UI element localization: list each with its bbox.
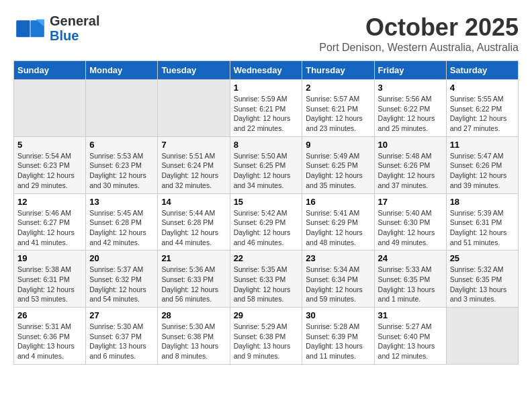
day-cell: 11Sunrise: 5:47 AM Sunset: 6:26 PM Dayli… xyxy=(446,136,518,193)
day-number: 10 xyxy=(378,140,443,150)
day-cell: 30Sunrise: 5:28 AM Sunset: 6:39 PM Dayli… xyxy=(302,308,374,365)
day-info: Sunrise: 5:54 AM Sunset: 6:23 PM Dayligh… xyxy=(17,151,82,191)
day-cell: 17Sunrise: 5:40 AM Sunset: 6:30 PM Dayli… xyxy=(374,193,446,250)
day-info: Sunrise: 5:42 AM Sunset: 6:29 PM Dayligh… xyxy=(234,208,299,248)
day-number: 30 xyxy=(306,310,370,320)
logo-text: General Blue xyxy=(50,13,99,43)
day-number: 23 xyxy=(306,253,370,263)
day-info: Sunrise: 5:30 AM Sunset: 6:37 PM Dayligh… xyxy=(89,322,154,361)
day-info: Sunrise: 5:47 AM Sunset: 6:26 PM Dayligh… xyxy=(450,151,515,191)
day-cell: 20Sunrise: 5:37 AM Sunset: 6:32 PM Dayli… xyxy=(86,250,158,308)
day-cell: 29Sunrise: 5:29 AM Sunset: 6:38 PM Dayli… xyxy=(230,308,302,365)
day-info: Sunrise: 5:37 AM Sunset: 6:32 PM Dayligh… xyxy=(89,265,154,304)
day-cell: 21Sunrise: 5:36 AM Sunset: 6:33 PM Dayli… xyxy=(158,250,230,308)
day-info: Sunrise: 5:48 AM Sunset: 6:26 PM Dayligh… xyxy=(378,151,443,191)
day-cell: 10Sunrise: 5:48 AM Sunset: 6:26 PM Dayli… xyxy=(374,136,446,193)
day-cell: 25Sunrise: 5:32 AM Sunset: 6:35 PM Dayli… xyxy=(446,250,518,308)
day-cell: 27Sunrise: 5:30 AM Sunset: 6:37 PM Dayli… xyxy=(86,308,158,365)
day-number: 22 xyxy=(234,253,299,263)
day-info: Sunrise: 5:56 AM Sunset: 6:22 PM Dayligh… xyxy=(378,94,443,134)
day-number: 31 xyxy=(378,310,443,320)
title-block: October 2025 Port Denison, Western Austr… xyxy=(319,13,519,54)
column-header-saturday: Saturday xyxy=(446,61,518,80)
day-info: Sunrise: 5:59 AM Sunset: 6:21 PM Dayligh… xyxy=(234,94,299,134)
day-info: Sunrise: 5:45 AM Sunset: 6:28 PM Dayligh… xyxy=(89,208,154,248)
day-cell: 4Sunrise: 5:55 AM Sunset: 6:22 PM Daylig… xyxy=(446,80,518,137)
day-info: Sunrise: 5:38 AM Sunset: 6:31 PM Dayligh… xyxy=(17,265,82,304)
day-cell: 22Sunrise: 5:35 AM Sunset: 6:33 PM Dayli… xyxy=(230,250,302,308)
day-info: Sunrise: 5:36 AM Sunset: 6:33 PM Dayligh… xyxy=(161,265,226,304)
day-number: 29 xyxy=(234,310,299,320)
calendar-header-row: SundayMondayTuesdayWednesdayThursdayFrid… xyxy=(14,61,519,80)
day-info: Sunrise: 5:51 AM Sunset: 6:24 PM Dayligh… xyxy=(161,151,226,191)
column-header-wednesday: Wednesday xyxy=(230,61,302,80)
day-number: 16 xyxy=(306,197,370,207)
logo-icon xyxy=(13,15,47,42)
day-cell: 7Sunrise: 5:51 AM Sunset: 6:24 PM Daylig… xyxy=(158,136,230,193)
day-cell xyxy=(158,80,230,137)
day-cell: 16Sunrise: 5:41 AM Sunset: 6:29 PM Dayli… xyxy=(302,193,374,250)
day-info: Sunrise: 5:32 AM Sunset: 6:35 PM Dayligh… xyxy=(450,265,515,304)
day-cell xyxy=(446,308,518,365)
day-number: 18 xyxy=(450,197,515,207)
calendar-table: SundayMondayTuesdayWednesdayThursdayFrid… xyxy=(13,60,519,365)
day-cell: 28Sunrise: 5:30 AM Sunset: 6:38 PM Dayli… xyxy=(158,308,230,365)
logo: General Blue xyxy=(13,13,99,43)
week-row-5: 26Sunrise: 5:31 AM Sunset: 6:36 PM Dayli… xyxy=(14,308,519,365)
day-number: 19 xyxy=(17,253,82,263)
day-number: 12 xyxy=(17,197,82,207)
month-title: October 2025 xyxy=(319,13,519,42)
day-number: 14 xyxy=(161,197,226,207)
day-number: 8 xyxy=(234,140,299,150)
day-cell: 6Sunrise: 5:53 AM Sunset: 6:23 PM Daylig… xyxy=(86,136,158,193)
day-number: 11 xyxy=(450,140,515,150)
day-cell: 1Sunrise: 5:59 AM Sunset: 6:21 PM Daylig… xyxy=(230,80,302,137)
day-cell: 8Sunrise: 5:50 AM Sunset: 6:25 PM Daylig… xyxy=(230,136,302,193)
day-cell: 13Sunrise: 5:45 AM Sunset: 6:28 PM Dayli… xyxy=(86,193,158,250)
location-title: Port Denison, Western Australia, Austral… xyxy=(319,42,519,54)
day-cell: 23Sunrise: 5:34 AM Sunset: 6:34 PM Dayli… xyxy=(302,250,374,308)
day-info: Sunrise: 5:50 AM Sunset: 6:25 PM Dayligh… xyxy=(234,151,299,191)
day-number: 15 xyxy=(234,197,299,207)
day-number: 27 xyxy=(89,310,154,320)
column-header-monday: Monday xyxy=(86,61,158,80)
page-header: General Blue October 2025 Port Denison, … xyxy=(13,13,519,54)
day-number: 26 xyxy=(17,310,82,320)
day-cell: 18Sunrise: 5:39 AM Sunset: 6:31 PM Dayli… xyxy=(446,193,518,250)
day-number: 28 xyxy=(161,310,226,320)
day-info: Sunrise: 5:55 AM Sunset: 6:22 PM Dayligh… xyxy=(450,94,515,134)
week-row-1: 1Sunrise: 5:59 AM Sunset: 6:21 PM Daylig… xyxy=(14,80,519,137)
day-cell: 9Sunrise: 5:49 AM Sunset: 6:25 PM Daylig… xyxy=(302,136,374,193)
day-number: 5 xyxy=(17,140,82,150)
column-header-tuesday: Tuesday xyxy=(158,61,230,80)
day-info: Sunrise: 5:49 AM Sunset: 6:25 PM Dayligh… xyxy=(306,151,370,191)
day-number: 25 xyxy=(450,253,515,263)
day-cell: 26Sunrise: 5:31 AM Sunset: 6:36 PM Dayli… xyxy=(14,308,86,365)
day-number: 24 xyxy=(378,253,443,263)
day-number: 20 xyxy=(89,253,154,263)
day-cell: 14Sunrise: 5:44 AM Sunset: 6:28 PM Dayli… xyxy=(158,193,230,250)
day-number: 17 xyxy=(378,197,443,207)
day-number: 13 xyxy=(89,197,154,207)
day-info: Sunrise: 5:33 AM Sunset: 6:35 PM Dayligh… xyxy=(378,265,443,304)
day-cell: 24Sunrise: 5:33 AM Sunset: 6:35 PM Dayli… xyxy=(374,250,446,308)
svg-rect-0 xyxy=(16,20,30,37)
column-header-sunday: Sunday xyxy=(14,61,86,80)
day-info: Sunrise: 5:46 AM Sunset: 6:27 PM Dayligh… xyxy=(17,208,82,248)
day-info: Sunrise: 5:30 AM Sunset: 6:38 PM Dayligh… xyxy=(161,322,226,361)
day-info: Sunrise: 5:40 AM Sunset: 6:30 PM Dayligh… xyxy=(378,208,443,248)
column-header-friday: Friday xyxy=(374,61,446,80)
day-number: 21 xyxy=(161,253,226,263)
day-info: Sunrise: 5:28 AM Sunset: 6:39 PM Dayligh… xyxy=(306,322,370,361)
day-cell: 15Sunrise: 5:42 AM Sunset: 6:29 PM Dayli… xyxy=(230,193,302,250)
day-cell: 2Sunrise: 5:57 AM Sunset: 6:21 PM Daylig… xyxy=(302,80,374,137)
day-cell: 31Sunrise: 5:27 AM Sunset: 6:40 PM Dayli… xyxy=(374,308,446,365)
day-info: Sunrise: 5:53 AM Sunset: 6:23 PM Dayligh… xyxy=(89,151,154,191)
column-header-thursday: Thursday xyxy=(302,61,374,80)
day-number: 4 xyxy=(450,83,515,93)
week-row-2: 5Sunrise: 5:54 AM Sunset: 6:23 PM Daylig… xyxy=(14,136,519,193)
day-number: 6 xyxy=(89,140,154,150)
day-info: Sunrise: 5:57 AM Sunset: 6:21 PM Dayligh… xyxy=(306,94,370,134)
day-cell xyxy=(86,80,158,137)
day-info: Sunrise: 5:27 AM Sunset: 6:40 PM Dayligh… xyxy=(378,322,443,361)
